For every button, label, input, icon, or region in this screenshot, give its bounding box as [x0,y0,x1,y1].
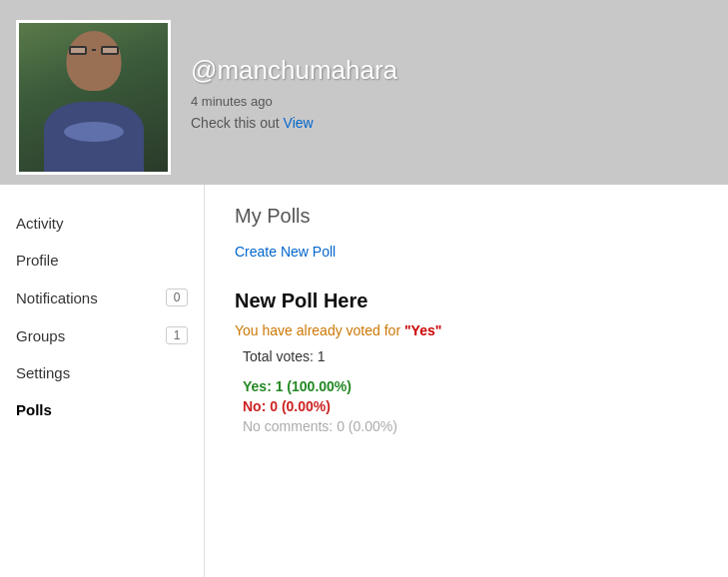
total-votes: Total votes: 1 [235,348,698,364]
sidebar-label-notifications: Notifications [16,289,166,306]
content-area: My Polls Create New Poll New Poll Here Y… [205,185,728,577]
avatar-image [19,23,168,172]
username: @manchumahara [191,55,712,86]
poll-results: Yes: 1 (100.00%) No: 0 (0.00%) No commen… [235,378,698,434]
sidebar-label-polls: Polls [16,401,188,418]
section-title: My Polls [235,205,698,228]
voted-prefix: You have already voted for [235,322,404,338]
header-info: @manchumahara 4 minutes ago Check this o… [171,55,712,131]
sidebar-item-activity[interactable]: Activity [0,205,204,242]
check-out-line: Check this out View [191,115,712,131]
sidebar-label-profile: Profile [16,252,188,269]
sidebar-label-settings: Settings [16,364,188,381]
voted-message: You have already voted for "Yes" [235,322,698,338]
sidebar-item-polls[interactable]: Polls [0,391,204,428]
sidebar: Activity Profile Notifications 0 Groups … [0,185,205,577]
sidebar-label-groups: Groups [16,327,166,344]
check-out-text: Check this out [191,115,280,131]
notifications-badge: 0 [166,288,188,306]
sidebar-item-profile[interactable]: Profile [0,242,204,279]
main-layout: Activity Profile Notifications 0 Groups … [0,185,728,577]
result-no-comments: No comments: 0 (0.00%) [243,418,698,434]
time-ago: 4 minutes ago [191,94,712,109]
groups-badge: 1 [166,326,188,344]
voted-value: "Yes" [404,322,441,338]
sidebar-label-activity: Activity [16,215,188,232]
poll-card: New Poll Here You have already voted for… [235,280,698,444]
sidebar-item-groups[interactable]: Groups 1 [0,316,204,354]
result-yes: Yes: 1 (100.00%) [243,378,698,394]
poll-title: New Poll Here [235,289,698,312]
sidebar-item-notifications[interactable]: Notifications 0 [0,279,204,316]
create-poll-link[interactable]: Create New Poll [235,244,336,260]
result-no: No: 0 (0.00%) [243,398,698,414]
header-banner: @manchumahara 4 minutes ago Check this o… [0,0,728,185]
view-link[interactable]: View [284,115,314,131]
avatar [16,20,171,175]
sidebar-item-settings[interactable]: Settings [0,354,204,391]
